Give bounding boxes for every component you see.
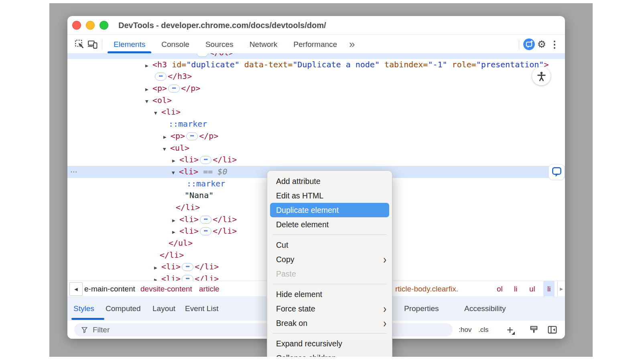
dom-node-row[interactable]: <p></p> (67, 83, 565, 95)
menu-item-label: Duplicate element (276, 206, 339, 215)
inline-ellipsis-icon[interactable] (200, 156, 211, 164)
tab-elements[interactable]: Elements (106, 35, 153, 54)
expand-arrow-icon[interactable] (172, 155, 179, 167)
zoom-window-button[interactable] (100, 21, 108, 30)
menu-item-cut[interactable]: Cut (267, 238, 392, 252)
dom-pseudo-element: ::marker (187, 179, 225, 188)
dom-tag-token: <li> (179, 226, 199, 236)
paint-brush-icon[interactable] (529, 325, 539, 336)
sidebar-tab-accessibility[interactable]: Accessibility (464, 296, 506, 321)
expand-arrow-icon[interactable] (154, 262, 161, 274)
breadcrumb-crumb-rticle-body-clearfix-[interactable]: rticle-body.clearfix. (395, 281, 458, 297)
inline-ellipsis-icon[interactable] (200, 216, 211, 224)
inline-ellipsis-icon[interactable] (182, 275, 193, 281)
dom-tag-token: </li> (195, 262, 219, 271)
breadcrumb-crumb-devsite-content[interactable]: devsite-content (140, 281, 192, 297)
sidebar-tab-styles[interactable]: Styles (73, 296, 94, 321)
toggle-sidebar-icon[interactable] (547, 325, 557, 336)
breadcrumb-crumb-li[interactable]: li (514, 281, 517, 297)
dom-node-row[interactable]: <h3 id="duplicate" data-text="Duplicate … (67, 59, 565, 71)
window-titlebar: DevTools - developer.chrome.com/docs/dev… (67, 16, 565, 35)
collapse-arrow-icon[interactable] (172, 167, 179, 179)
dom-node-row[interactable]: <ul> (67, 142, 565, 154)
dom-tag-token: <li> (179, 167, 198, 176)
more-options-kebab-icon[interactable]: ⋮ (548, 38, 561, 51)
submenu-chevron-icon: › (383, 254, 386, 265)
expand-arrow-icon[interactable] (172, 226, 179, 238)
inline-ellipsis-icon[interactable] (200, 227, 211, 235)
expand-arrow-icon[interactable] (145, 60, 152, 72)
accessibility-person-icon[interactable] (532, 67, 551, 85)
breadcrumb-crumb-ol[interactable]: ol (497, 281, 503, 297)
sidebar-tab-event-list[interactable]: Event List (185, 296, 218, 321)
tab-sources[interactable]: Sources (197, 35, 242, 54)
toggle-element-state-button[interactable]: :hov (459, 321, 471, 339)
dom-node-row[interactable]: </ol> (67, 53, 565, 59)
styles-filter-input[interactable]: Filter (74, 323, 453, 336)
collapse-arrow-icon[interactable] (154, 107, 161, 119)
menu-item-label: Hide element (276, 290, 322, 299)
inline-ellipsis-icon[interactable] (168, 85, 180, 93)
menu-item-break-on[interactable]: Break on› (267, 316, 392, 330)
menu-item-label: Edit as HTML (276, 191, 323, 200)
breadcrumb-crumb-ul[interactable]: ul (529, 281, 535, 297)
collapse-arrow-icon[interactable] (145, 95, 152, 107)
row-actions-dots-icon[interactable]: ⋯ (70, 166, 77, 178)
inspect-element-icon[interactable] (73, 38, 86, 51)
minimize-window-button[interactable] (86, 21, 95, 30)
tab-console[interactable]: Console (153, 35, 197, 54)
menu-item-collapse-children[interactable]: Collapse children (267, 351, 392, 357)
panel-tab-strip: ElementsConsoleSourcesNetworkPerformance (106, 35, 345, 54)
tab-network[interactable]: Network (242, 35, 286, 54)
element-classes-button[interactable]: .cls (478, 321, 489, 339)
dom-tag-token: <h3 (152, 60, 167, 69)
breadcrumb-scroll-left-icon[interactable]: ◀ (69, 282, 83, 296)
menu-item-duplicate-element[interactable]: Duplicate element (270, 203, 389, 217)
tab-performance[interactable]: Performance (285, 35, 345, 54)
new-style-rule-icon[interactable]: + (503, 321, 517, 339)
expand-arrow-icon[interactable] (163, 131, 171, 143)
expand-arrow-icon[interactable] (154, 274, 161, 281)
menu-item-copy[interactable]: Copy› (267, 252, 392, 267)
breadcrumb-crumb-article[interactable]: article (199, 281, 219, 297)
expand-arrow-icon[interactable] (145, 83, 152, 95)
menu-item-add-attribute[interactable]: Add attribute (267, 174, 392, 188)
menu-item-expand-recursively[interactable]: Expand recursively (267, 336, 392, 351)
ai-assistant-icon[interactable] (522, 38, 535, 51)
ai-assistant-badge-icon[interactable] (549, 164, 564, 180)
sidebar-tab-computed[interactable]: Computed (106, 296, 141, 321)
dom-node-row[interactable]: </h3> (67, 71, 565, 83)
breadcrumb-crumb-li[interactable]: li (543, 281, 555, 297)
dom-node-row[interactable]: <li> (67, 106, 565, 118)
collapse-arrow-icon[interactable] (163, 143, 170, 155)
dom-tag-token: <ul> (170, 143, 189, 153)
breadcrumb-scroll-right-icon[interactable]: ▶ (557, 281, 565, 297)
sidebar-tab-layout[interactable]: Layout (152, 296, 175, 321)
dom-node-row[interactable]: <p></p> (67, 130, 565, 142)
settings-gear-icon[interactable]: ⚙ (535, 38, 548, 51)
menu-item-hide-element[interactable]: Hide element (267, 287, 392, 301)
dom-tag-token: </li> (160, 250, 184, 260)
inline-ellipsis-icon[interactable] (155, 73, 167, 81)
menu-item-paste: Paste (267, 267, 392, 281)
dom-attribute-value: "-1" (428, 60, 447, 69)
menu-item-delete-element[interactable]: Delete element (267, 217, 392, 232)
dom-tag-token: </ol> (209, 53, 234, 57)
dom-node-row[interactable]: ::marker (67, 118, 565, 130)
dom-attribute-name: role= (447, 60, 476, 69)
filter-funnel-icon (81, 326, 88, 334)
dom-node-row[interactable]: <li></li> (67, 154, 565, 166)
device-toolbar-icon[interactable] (86, 38, 99, 51)
breadcrumb-crumb-e-main-content[interactable]: e-main-content (84, 281, 135, 297)
inline-ellipsis-icon[interactable] (182, 263, 193, 271)
sidebar-tab-properties[interactable]: Properties (404, 296, 439, 321)
inline-ellipsis-icon[interactable] (197, 53, 208, 57)
dom-node-row[interactable]: <ol> (67, 95, 565, 107)
more-tabs-icon[interactable]: » (345, 38, 358, 51)
inline-ellipsis-icon[interactable] (186, 132, 198, 140)
menu-item-edit-as-html[interactable]: Edit as HTML (267, 188, 392, 203)
menu-item-force-state[interactable]: Force state› (267, 301, 392, 316)
dom-attribute-value: "presentation" (476, 60, 544, 69)
close-window-button[interactable] (72, 21, 81, 30)
expand-arrow-icon[interactable] (172, 214, 179, 226)
